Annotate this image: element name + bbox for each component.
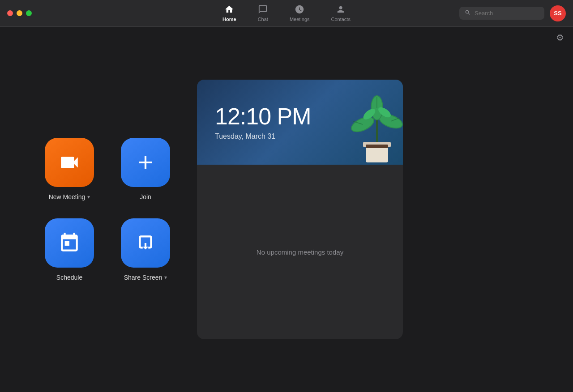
join-item: Join: [121, 138, 170, 200]
tab-meetings-label: Meetings: [290, 17, 310, 22]
tab-home-label: Home: [222, 17, 236, 22]
main-content: New Meeting ▾ Join Schedule: [0, 27, 573, 392]
avatar[interactable]: SS: [550, 5, 566, 21]
titlebar: Home Chat Meetings: [0, 0, 573, 27]
tab-contacts-label: Contacts: [331, 17, 351, 22]
home-icon: [224, 4, 234, 16]
plant-svg: [349, 82, 403, 165]
join-button[interactable]: [121, 138, 170, 187]
calendar-body: No upcoming meetings today: [197, 165, 403, 339]
nav-tabs: Home Chat Meetings: [212, 2, 361, 25]
share-screen-item: Share Screen ▾: [121, 218, 170, 281]
maximize-button[interactable]: [26, 10, 32, 16]
calendar-header: 12:10 PM Tuesday, March 31: [197, 80, 403, 165]
tab-meetings[interactable]: Meetings: [279, 2, 321, 25]
join-label: Join: [140, 193, 151, 200]
no-meetings-text: No upcoming meetings today: [257, 248, 343, 256]
search-input[interactable]: [475, 10, 539, 17]
search-icon: [465, 9, 471, 17]
traffic-lights: [7, 10, 32, 16]
share-screen-chevron: ▾: [164, 274, 167, 281]
tab-home[interactable]: Home: [212, 2, 247, 25]
share-screen-button[interactable]: [121, 218, 170, 268]
svg-rect-2: [366, 145, 388, 148]
new-meeting-item: New Meeting ▾: [45, 138, 94, 200]
share-screen-label: Share Screen ▾: [124, 274, 167, 281]
tab-chat-label: Chat: [258, 17, 268, 22]
search-area: SS: [459, 5, 566, 21]
schedule-item: Schedule: [45, 218, 94, 281]
schedule-label: Schedule: [56, 274, 82, 281]
search-box[interactable]: [459, 7, 544, 20]
new-meeting-chevron: ▾: [87, 194, 90, 200]
new-meeting-button[interactable]: [45, 138, 94, 187]
tab-contacts[interactable]: Contacts: [321, 2, 361, 25]
tab-chat[interactable]: Chat: [247, 2, 279, 25]
calendar-panel: 12:10 PM Tuesday, March 31: [197, 80, 403, 339]
minimize-button[interactable]: [17, 10, 22, 16]
schedule-button[interactable]: [45, 218, 94, 268]
chat-icon: [258, 4, 268, 16]
plant-decoration: [349, 80, 403, 165]
new-meeting-label: New Meeting ▾: [49, 193, 90, 200]
contacts-icon: [336, 4, 346, 16]
close-button[interactable]: [7, 10, 13, 16]
meetings-icon: [295, 4, 304, 16]
actions-grid: New Meeting ▾ Join Schedule: [45, 138, 170, 281]
settings-icon[interactable]: ⚙: [556, 32, 564, 43]
